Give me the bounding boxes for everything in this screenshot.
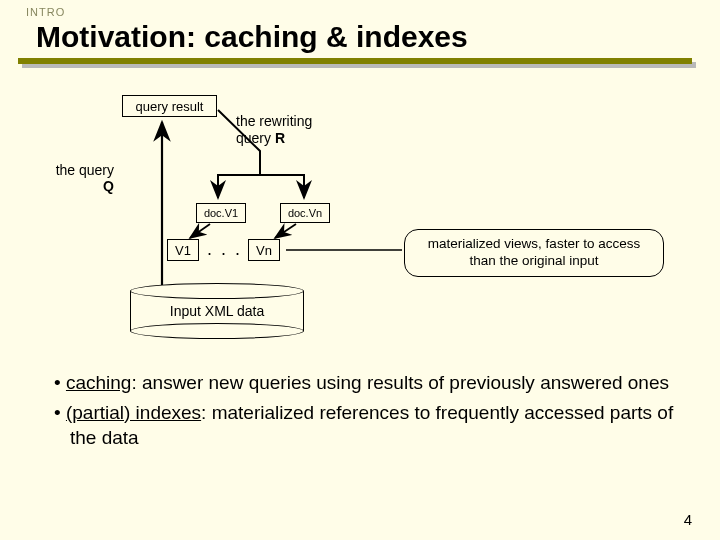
rewriting-R: R	[275, 130, 285, 146]
section-label: INTRO	[26, 6, 65, 18]
the-query-line1: the query	[56, 162, 114, 178]
svg-line-2	[190, 224, 210, 238]
page-number: 4	[684, 511, 692, 528]
input-cylinder: Input XML data	[130, 283, 304, 339]
v1-box: V1	[167, 239, 199, 261]
diagram: query result the rewriting query R the q…	[0, 95, 720, 355]
diagram-arrows	[0, 95, 720, 355]
bullet-indexes-term: (partial) indexes	[66, 402, 201, 423]
query-result-box: query result	[122, 95, 217, 117]
title-rule	[18, 58, 692, 64]
bullet-caching-rest: : answer new queries using results of pr…	[131, 372, 669, 393]
materialized-views-callout: materialized views, faster to access tha…	[404, 229, 664, 277]
docV1-box: doc.V1	[196, 203, 246, 223]
cylinder-bottom	[130, 323, 304, 339]
cylinder-label: Input XML data	[130, 303, 304, 319]
docVn-box: doc.Vn	[280, 203, 330, 223]
bullet-indexes: (partial) indexes: materialized referenc…	[38, 400, 678, 451]
rewriting-line2-prefix: query	[236, 130, 275, 146]
the-query-Q: Q	[42, 178, 114, 194]
vn-box: Vn	[248, 239, 280, 261]
bullet-list: caching: answer new queries using result…	[38, 370, 678, 455]
cylinder-top	[130, 283, 304, 299]
rewriting-label: the rewriting query R	[236, 113, 312, 147]
bullet-caching-term: caching	[66, 372, 132, 393]
views-ellipsis: . . .	[207, 239, 242, 260]
the-query-label: the query Q	[42, 162, 114, 194]
bullet-caching: caching: answer new queries using result…	[38, 370, 678, 396]
page-title: Motivation: caching & indexes	[36, 20, 468, 54]
rewriting-line1: the rewriting	[236, 113, 312, 129]
svg-line-3	[275, 224, 296, 238]
